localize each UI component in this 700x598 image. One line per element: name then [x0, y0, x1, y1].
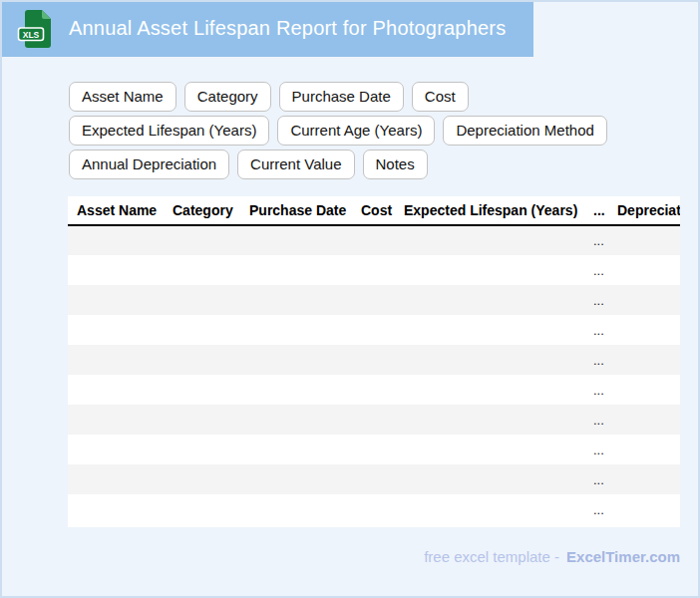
- table-cell: [608, 285, 680, 315]
- table-cell: [352, 285, 395, 315]
- table-cell: [352, 435, 395, 464]
- app-window: XLS Annual Asset Lifespan Report for Pho…: [0, 0, 700, 598]
- table-body: ..............................: [68, 225, 680, 524]
- table-header-row: Asset NameCategoryPurchase DateCostExpec…: [68, 196, 680, 225]
- footer: free excel template -ExcelTimer.com: [424, 548, 680, 565]
- table-cell: [164, 315, 240, 345]
- table-cell: [395, 315, 584, 345]
- table-cell: [395, 225, 584, 255]
- table-cell: ...: [584, 345, 608, 375]
- table-cell: [68, 464, 164, 494]
- table-cell: [352, 255, 395, 285]
- table-row: ...: [68, 225, 680, 255]
- table-cell: [395, 405, 584, 435]
- table-cell: ...: [584, 255, 608, 285]
- column-header: Depreciation Method: [608, 196, 680, 225]
- column-header: Expected Lifespan (Years): [395, 196, 584, 225]
- field-chip[interactable]: Cost: [412, 82, 469, 112]
- table-cell: ...: [584, 435, 608, 464]
- table-cell: ...: [584, 225, 608, 255]
- field-chip[interactable]: Notes: [363, 150, 428, 179]
- field-chip[interactable]: Depreciation Method: [443, 116, 606, 146]
- table-cell: ...: [584, 375, 608, 405]
- table-cell: [240, 345, 352, 375]
- table-cell: [352, 315, 395, 345]
- table-cell: [240, 464, 352, 494]
- field-chip[interactable]: Annual Depreciation: [69, 150, 229, 179]
- table-cell: ...: [584, 315, 608, 345]
- table-cell: [395, 345, 584, 375]
- field-chip[interactable]: Purchase Date: [279, 82, 404, 112]
- table-cell: [608, 464, 680, 494]
- table-cell: ...: [584, 494, 608, 524]
- table-row: ...: [68, 315, 680, 345]
- table-cell: [608, 315, 680, 345]
- table-cell: [164, 375, 240, 405]
- table-cell: [608, 405, 680, 435]
- table-cell: [68, 435, 164, 464]
- table-cell: [240, 255, 352, 285]
- xls-icon-label: XLS: [23, 29, 40, 39]
- table-cell: [68, 225, 164, 255]
- report-table: Asset NameCategoryPurchase DateCostExpec…: [68, 196, 680, 524]
- table-cell: [395, 285, 584, 315]
- column-header: Purchase Date: [240, 196, 352, 225]
- table-cell: [395, 375, 584, 405]
- field-chip[interactable]: Current Age (Years): [277, 116, 435, 146]
- field-chip[interactable]: Expected Lifespan (Years): [69, 116, 269, 146]
- table-cell: [352, 225, 395, 255]
- table-cell: [240, 405, 352, 435]
- table-cell: [164, 345, 240, 375]
- table-cell: [240, 494, 352, 524]
- table-cell: [68, 375, 164, 405]
- table-cell: [608, 225, 680, 255]
- table-cell: [240, 285, 352, 315]
- table-cell: [395, 255, 584, 285]
- table-row: ...: [68, 464, 680, 494]
- table-cell: [240, 375, 352, 405]
- table-cell: [68, 494, 164, 524]
- table-cell: [240, 225, 352, 255]
- table-row: ...: [68, 255, 680, 285]
- field-chip[interactable]: Asset Name: [69, 82, 176, 112]
- table-row: ...: [68, 285, 680, 315]
- table-cell: [164, 494, 240, 524]
- footer-text: free excel template -: [424, 548, 559, 565]
- table-cell: [352, 464, 395, 494]
- table-cell: [164, 435, 240, 464]
- table-row: ...: [68, 494, 680, 524]
- table-cell: [164, 464, 240, 494]
- table-cell: [164, 285, 240, 315]
- table-cell: [164, 255, 240, 285]
- report-table-wrap: Asset NameCategoryPurchase DateCostExpec…: [68, 196, 680, 527]
- table-cell: [395, 494, 584, 524]
- table-cell: ...: [584, 405, 608, 435]
- table-cell: [395, 464, 584, 494]
- table-cell: [68, 345, 164, 375]
- table-cell: ...: [584, 464, 608, 494]
- field-chip-list: Asset NameCategoryPurchase DateCostExpec…: [69, 82, 673, 179]
- footer-brand-link[interactable]: ExcelTimer.com: [566, 548, 680, 565]
- table-cell: [608, 375, 680, 405]
- column-header: ...: [584, 196, 608, 225]
- table-cell: [352, 345, 395, 375]
- table-cell: [352, 494, 395, 524]
- field-chip[interactable]: Current Value: [237, 150, 354, 179]
- header-bar: XLS Annual Asset Lifespan Report for Pho…: [0, 0, 533, 57]
- table-row: ...: [68, 435, 680, 464]
- table-cell: [395, 435, 584, 464]
- table-row: ...: [68, 405, 680, 435]
- table-cell: [68, 315, 164, 345]
- table-cell: [608, 345, 680, 375]
- table-cell: [68, 255, 164, 285]
- table-cell: [608, 494, 680, 524]
- table-cell: [240, 315, 352, 345]
- table-cell: [164, 225, 240, 255]
- table-cell: [164, 405, 240, 435]
- page-title: Annual Asset Lifespan Report for Photogr…: [69, 17, 506, 40]
- table-cell: [68, 285, 164, 315]
- table-row: ...: [68, 345, 680, 375]
- table-cell: [608, 255, 680, 285]
- field-chip[interactable]: Category: [184, 82, 271, 112]
- column-header: Category: [164, 196, 240, 225]
